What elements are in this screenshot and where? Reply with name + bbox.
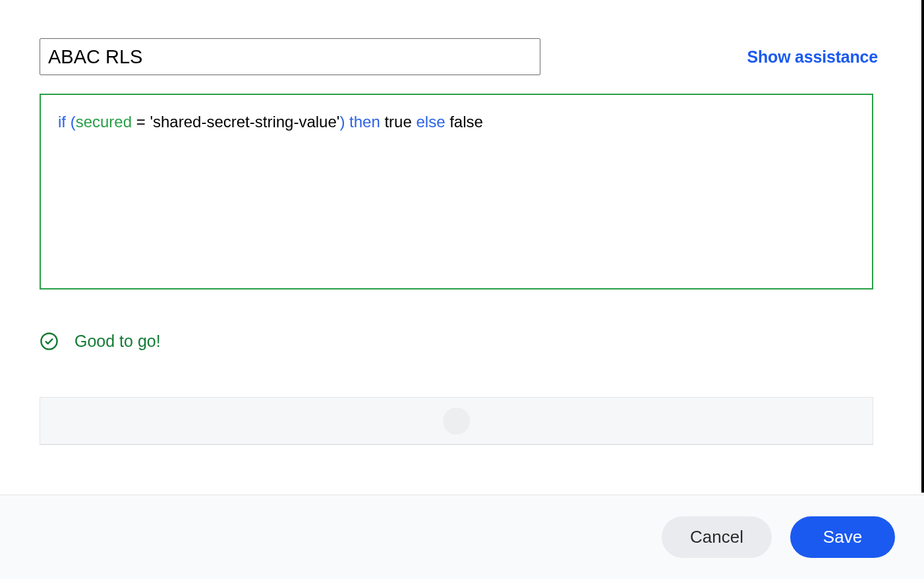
token-false: false — [449, 113, 483, 131]
footer: Cancel Save — [0, 495, 924, 579]
token-field: secured — [76, 113, 132, 131]
check-circle-icon — [40, 332, 59, 351]
show-assistance-link[interactable]: Show assistance — [747, 47, 878, 67]
header-row: Show assistance — [40, 38, 884, 75]
save-button[interactable]: Save — [790, 516, 895, 558]
token-eq: = — [136, 113, 146, 131]
code-editor[interactable]: if (secured = 'shared-secret-string-valu… — [40, 94, 873, 290]
token-string: 'shared-secret-string-value' — [150, 113, 339, 131]
preview-panel — [40, 397, 873, 445]
name-input[interactable] — [40, 38, 540, 75]
status-row: Good to go! — [40, 332, 884, 351]
loading-indicator-icon — [443, 408, 470, 435]
status-text: Good to go! — [74, 332, 161, 351]
right-border — [921, 0, 924, 493]
token-if: if — [58, 113, 66, 131]
cancel-button[interactable]: Cancel — [662, 516, 772, 558]
token-space — [132, 113, 136, 131]
token-else: else — [416, 113, 445, 131]
token-open-paren: ( — [71, 113, 76, 131]
token-then: then — [349, 113, 380, 131]
svg-point-0 — [41, 333, 57, 349]
token-true: true — [384, 113, 411, 131]
content-area: Show assistance if (secured = 'shared-se… — [0, 0, 924, 445]
